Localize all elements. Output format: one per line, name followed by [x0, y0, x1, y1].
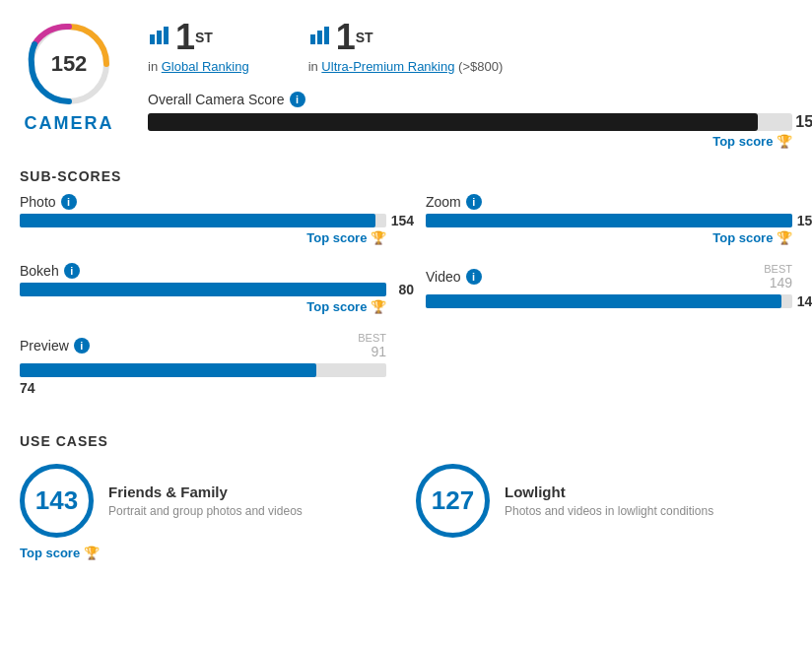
lowlight-name: Lowlight	[505, 484, 713, 500]
zoom-bar-track	[426, 214, 792, 227]
friends-family-circle: 143	[20, 464, 94, 538]
zoom-header: Zoom i	[426, 194, 792, 210]
global-ranking-link[interactable]: Global Ranking	[162, 59, 249, 74]
photo-header: Photo i	[20, 194, 386, 210]
lowlight-row: 127 Lowlight Photos and videos in lowlig…	[416, 464, 792, 538]
video-header: Video i BEST 149	[426, 263, 792, 290]
camera-label: CAMERA	[25, 113, 114, 134]
overall-score-bar-container: 152 Top score 🏆	[148, 113, 792, 149]
zoom-info-icon[interactable]: i	[466, 194, 482, 210]
preview-best-container: BEST 91	[358, 332, 386, 359]
zoom-value: 156	[797, 213, 812, 228]
video-info-icon[interactable]: i	[466, 269, 482, 285]
photo-top-score: Top score 🏆	[20, 230, 386, 245]
video-bar-container: 144	[426, 294, 792, 308]
overall-top-score-label: Top score 🏆	[148, 134, 792, 149]
video-bar-fill	[426, 294, 781, 308]
svg-rect-5	[310, 34, 315, 44]
use-cases-title: USE CASES	[20, 433, 792, 449]
ultra-rank-number: 1	[336, 20, 356, 55]
zoom-bar-container: 156	[426, 214, 792, 227]
bokeh-bar-fill	[20, 283, 386, 296]
bokeh-bar-container: 80	[20, 283, 386, 296]
friends-family-desc: Portrait and group photos and videos	[108, 504, 303, 518]
sub-score-photo: Photo i 154 Top score 🏆	[20, 194, 386, 245]
rankings-section: 1 ST in Global Ranking	[148, 20, 792, 149]
preview-name: Preview i	[20, 338, 90, 354]
use-case-lowlight: 127 Lowlight Photos and videos in lowlig…	[416, 464, 792, 560]
use-cases-grid: 143 Friends & Family Portrait and group …	[20, 464, 792, 560]
sub-scores-title: SUB-SCORES	[20, 168, 792, 184]
camera-badge: 152 CAMERA	[20, 20, 118, 134]
bokeh-header: Bokeh i	[20, 263, 386, 279]
overall-info-icon[interactable]: i	[290, 92, 305, 107]
friends-family-trophy: 🏆	[84, 546, 100, 560]
overall-score-value: 152	[795, 113, 812, 131]
video-best-val: 149	[764, 275, 792, 290]
friends-family-info: Friends & Family Portrait and group phot…	[108, 484, 303, 518]
lowlight-info: Lowlight Photos and videos in lowlight c…	[505, 484, 713, 518]
zoom-trophy-icon: 🏆	[777, 230, 792, 245]
use-case-friends-family: 143 Friends & Family Portrait and group …	[20, 464, 396, 560]
global-ranking-top: 1 ST	[148, 20, 249, 55]
bokeh-bar-track	[20, 283, 386, 296]
global-rank-sub: in Global Ranking	[148, 59, 249, 74]
video-value: 144	[797, 293, 812, 309]
bokeh-name: Bokeh i	[20, 263, 80, 279]
sub-score-zoom: Zoom i 156 Top score 🏆	[426, 194, 792, 245]
lowlight-circle: 127	[416, 464, 490, 538]
overall-score-section: Overall Camera Score i 152 Top score 🏆	[148, 92, 792, 149]
lowlight-desc: Photos and videos in lowlight conditions	[505, 504, 713, 518]
preview-info-icon[interactable]: i	[74, 338, 90, 354]
photo-value: 154	[391, 213, 414, 228]
svg-rect-2	[150, 34, 155, 44]
overall-top-score-text: Top score	[712, 134, 773, 149]
svg-text:152: 152	[51, 51, 88, 76]
bokeh-top-score: Top score 🏆	[20, 299, 386, 314]
video-bar-track	[426, 294, 792, 308]
bar-chart-icon	[148, 25, 169, 51]
ultra-rank-suffix: (>$800)	[458, 59, 503, 74]
sub-score-preview: Preview i BEST 91 74	[20, 332, 386, 396]
svg-rect-3	[157, 31, 162, 44]
header-section: 152 CAMERA	[20, 20, 792, 149]
zoom-bar-fill	[426, 214, 792, 227]
sub-score-video: Video i BEST 149 144	[426, 263, 792, 314]
photo-info-icon[interactable]: i	[61, 194, 77, 210]
friends-family-name: Friends & Family	[108, 484, 303, 500]
friends-family-top-score: Top score 🏆	[20, 546, 396, 560]
video-best-label: BEST	[764, 263, 792, 275]
overall-label-text: Overall Camera Score	[148, 92, 285, 107]
bokeh-info-icon[interactable]: i	[64, 263, 80, 279]
bokeh-trophy-icon: 🏆	[371, 299, 386, 314]
bokeh-value: 80	[398, 282, 414, 297]
video-name: Video i	[426, 269, 482, 285]
preview-bar-track	[20, 363, 386, 377]
sub-score-bokeh: Bokeh i 80 Top score 🏆	[20, 263, 386, 314]
sub-scores-grid: Photo i 154 Top score 🏆 Zoom i	[20, 194, 792, 414]
overall-score-bar-track: 152	[148, 113, 792, 131]
preview-best-val: 91	[358, 344, 386, 359]
global-rank-superscript: ST	[195, 30, 213, 45]
photo-trophy-icon: 🏆	[371, 230, 386, 245]
ultra-premium-ranking-top: 1 ST	[308, 20, 504, 55]
preview-best-label: BEST	[358, 332, 386, 344]
camera-score-circle: 152	[25, 20, 113, 108]
overall-score-bar-fill	[148, 113, 758, 131]
overall-score-label: Overall Camera Score i	[148, 92, 792, 107]
svg-rect-6	[317, 31, 322, 44]
photo-name: Photo i	[20, 194, 77, 210]
ultra-premium-ranking-link[interactable]: Ultra-Premium Ranking	[321, 59, 454, 74]
global-ranking: 1 ST in Global Ranking	[148, 20, 249, 74]
ultra-rank-sub: in Ultra-Premium Ranking (>$800)	[308, 59, 504, 74]
ultra-premium-ranking: 1 ST in Ultra-Premium Ranking (>$800)	[308, 20, 504, 74]
video-best-container: BEST 149	[764, 263, 792, 290]
zoom-name: Zoom i	[426, 194, 482, 210]
ultra-rank-superscript: ST	[356, 30, 373, 45]
bar-chart-icon-2	[308, 25, 330, 51]
overall-trophy-icon: 🏆	[777, 134, 792, 149]
preview-bar-fill	[20, 363, 316, 377]
svg-rect-4	[164, 27, 169, 44]
photo-bar-fill	[20, 214, 375, 227]
photo-bar-container: 154	[20, 214, 386, 227]
